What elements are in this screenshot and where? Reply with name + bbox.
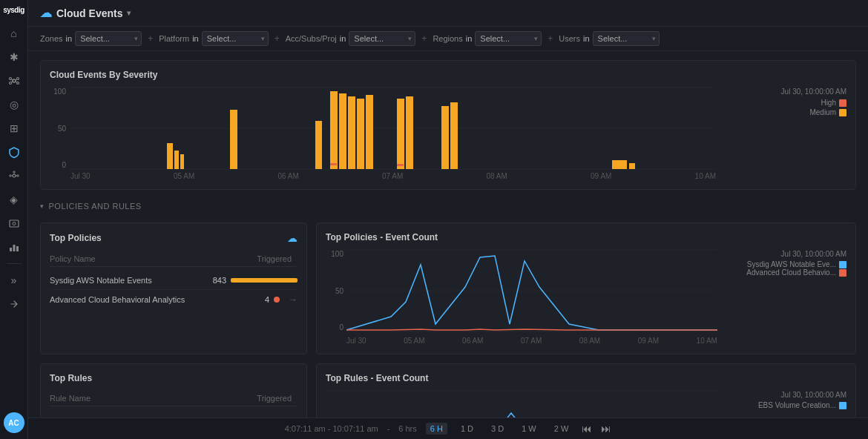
svg-rect-20 (16, 246, 19, 251)
filter-zones: Zones in Select... (40, 31, 142, 46)
pc-x-5am: 05 AM (404, 337, 424, 345)
pc-y-100: 100 (331, 250, 343, 258)
filter-regions-select[interactable]: Select... (475, 31, 542, 46)
sidebar-divider (7, 263, 22, 264)
page-header: ☁ Cloud Events ▾ (28, 0, 868, 27)
legend-medium-label: Medium (809, 108, 836, 116)
svg-point-0 (13, 79, 16, 82)
filter-acc-keyword: in (340, 34, 346, 43)
policies-chart-legend: Jul 30, 10:00:00 AM Sysdig AWS Notable E… (746, 250, 846, 277)
svg-rect-30 (339, 93, 346, 169)
svg-rect-27 (230, 110, 237, 169)
filter-platform-keyword: in (192, 34, 199, 43)
top-policies-chart-header: Top Policies - Event Count (326, 232, 846, 242)
filter-platform: Platform in Select... (159, 31, 269, 46)
svg-rect-36 (330, 163, 337, 165)
sidebar-network-icon[interactable] (4, 165, 24, 186)
sidebar-chat-icon[interactable]: ◈ (4, 189, 24, 210)
rules-line-chart-svg (326, 391, 719, 417)
svg-rect-33 (366, 95, 373, 169)
sidebar-bar-chart-icon[interactable] (4, 237, 24, 257)
top-policies-chart-panel: Top Policies - Event Count 100 50 0 Jul … (316, 222, 856, 354)
filter-plus-3: + (420, 33, 428, 44)
duration-label: 6 hrs (398, 424, 416, 433)
policies-section-header[interactable]: ▾ POLICIES AND RULES (40, 199, 856, 214)
svg-rect-25 (174, 151, 179, 169)
svg-rect-29 (330, 91, 338, 169)
pc-legend-2-dot (839, 269, 846, 277)
sidebar-asterisk-icon[interactable]: ✱ (4, 47, 24, 67)
row-arrow-icon: → (289, 294, 297, 305)
severity-y-axis: 100 50 0 (50, 88, 70, 169)
sidebar-capture-icon[interactable] (4, 213, 24, 234)
y-label-50: 50 (58, 125, 66, 133)
time-btn-1w[interactable]: 1 W (517, 423, 541, 435)
severity-badge-2 (274, 297, 280, 303)
pc-x-axis: Jul 30 05 AM 06 AM 07 AM 08 AM 09 AM 10 … (346, 337, 717, 345)
svg-rect-26 (180, 154, 184, 169)
filter-users-select-wrap: Select... (593, 31, 660, 46)
x-label-10am: 10 AM (695, 172, 716, 180)
filter-users-select[interactable]: Select... (593, 31, 660, 46)
filter-platform-select[interactable]: Select... (202, 31, 269, 46)
triggered-val-1: 843 (208, 276, 297, 285)
table-row[interactable]: Advanced Cloud Behavioral Analytics 4 → (50, 290, 297, 309)
svg-rect-24 (167, 143, 173, 169)
svg-point-12 (13, 171, 14, 173)
time-range-label: 4:07:11 am - 10:07:11 am (285, 424, 378, 433)
x-axis-labels: Jul 30 05 AM 06 AM 07 AM 08 AM 09 AM 10 … (70, 172, 716, 180)
severity-legend: Jul 30, 10:00:00 AM High Medium (781, 88, 846, 118)
sidebar-layers-icon[interactable]: ◎ (4, 94, 24, 115)
policies-line-chart-svg (346, 250, 717, 331)
pc-x-10am: 10 AM (697, 337, 717, 345)
nav-prev-icon[interactable]: ⏮ (582, 423, 592, 435)
rules-chart-svg-wrap: Jul 30, 10:00:00 AM EBS Volume Creation.… (326, 391, 846, 417)
top-rules-chart-panel: Top Rules - Event Count Jul 30, 10:00:00… (316, 363, 856, 417)
svg-line-7 (11, 82, 13, 82)
filter-plus-2: + (273, 33, 281, 44)
time-btn-3d[interactable]: 3 D (487, 423, 508, 435)
x-label-5am: 05 AM (174, 172, 194, 180)
policies-chart-inner: Jul 30, 10:00:00 AM Sysdig AWS Notable E… (346, 250, 846, 345)
x-label-6am: 06 AM (277, 172, 298, 180)
svg-rect-41 (629, 163, 635, 169)
nav-next-icon[interactable]: ⏭ (601, 423, 611, 435)
time-btn-1d[interactable]: 1 D (456, 423, 478, 435)
pc-x-7am: 07 AM (521, 337, 542, 345)
header-chevron-icon[interactable]: ▾ (127, 9, 131, 17)
col-triggered-header: Triggered (208, 254, 297, 263)
sidebar-expand-icon[interactable]: » (4, 270, 24, 291)
time-btn-6h[interactable]: 6 H (426, 423, 447, 435)
filter-zones-select[interactable]: Select... (75, 31, 142, 46)
sidebar-shield-icon[interactable] (4, 142, 24, 162)
time-btn-2w[interactable]: 2 W (550, 423, 573, 435)
pc-y-50: 50 (335, 287, 343, 295)
policy-name-2: Advanced Cloud Behavioral Analytics (50, 295, 208, 304)
policies-panels-row: Top Policies ☁ Policy Name Triggered Sys… (40, 222, 856, 354)
filter-regions-label: Regions (433, 34, 462, 43)
svg-line-6 (16, 79, 17, 80)
y-label-0: 0 (62, 161, 66, 169)
sidebar-grid-icon[interactable]: ⊞ (4, 118, 24, 139)
top-policies-table-header: Policy Name Triggered (50, 251, 297, 267)
filter-acc-select[interactable]: Select... (349, 31, 415, 46)
svg-rect-28 (315, 121, 322, 169)
rc-legend-1: EBS Volume Creation... (758, 401, 846, 409)
legend-medium: Medium (781, 108, 846, 116)
filter-zones-label: Zones (40, 34, 63, 43)
policies-chart-y-axis: 100 50 0 (326, 250, 346, 331)
sidebar-share-icon[interactable] (4, 294, 24, 314)
filter-regions-keyword: in (466, 34, 473, 43)
svg-rect-34 (397, 99, 404, 169)
triggered-val-2: 4 → (208, 294, 297, 305)
legend-high: High (781, 99, 846, 107)
sidebar-nodes-icon[interactable] (4, 70, 24, 91)
x-label-9am: 09 AM (591, 172, 611, 180)
avatar[interactable]: AC (4, 412, 24, 433)
filter-regions: Regions in Select... (433, 31, 542, 46)
y-label-100: 100 (53, 88, 66, 96)
sidebar-home-icon[interactable]: ⌂ (4, 23, 24, 44)
cloud-icon: ☁ (40, 6, 52, 20)
legend-high-dot (839, 99, 846, 107)
rules-chart-legend: Jul 30, 10:00:00 AM EBS Volume Creation.… (758, 391, 846, 409)
